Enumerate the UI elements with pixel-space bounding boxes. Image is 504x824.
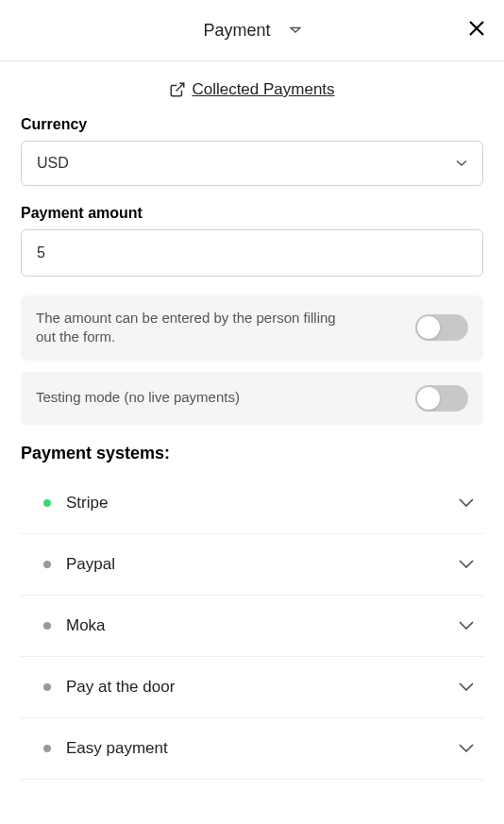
payment-system-item[interactable]: Easy payment (21, 718, 483, 780)
currency-label: Currency (21, 116, 483, 133)
payment-system-label: Easy payment (66, 739, 168, 758)
testing-mode-toggle-row: Testing mode (no live payments) (21, 372, 483, 425)
collected-payments-text: Collected Payments (192, 80, 334, 99)
payment-item-left: Moka (23, 616, 106, 635)
currency-select[interactable]: USD (21, 141, 483, 186)
currency-value: USD (37, 155, 69, 172)
header-title-group[interactable]: Payment (203, 21, 300, 41)
status-dot-icon (43, 683, 51, 691)
content: Collected Payments Currency USD Payment … (0, 61, 504, 799)
status-dot-icon (43, 499, 51, 507)
payment-systems-title: Payment systems: (21, 444, 483, 463)
status-dot-icon (43, 561, 51, 568)
user-amount-text: The amount can be entered by the person … (36, 309, 357, 347)
payment-system-label: Paypal (66, 555, 115, 574)
user-amount-toggle-row: The amount can be entered by the person … (21, 295, 483, 361)
amount-input[interactable] (21, 229, 483, 277)
page-title: Payment (203, 21, 270, 41)
testing-mode-toggle[interactable] (415, 385, 468, 412)
chevron-down-icon (459, 498, 474, 507)
status-dot-icon (43, 745, 51, 752)
amount-label: Payment amount (21, 205, 483, 222)
chevron-down-icon (459, 744, 474, 752)
external-link-icon (169, 81, 186, 98)
payment-item-left: Pay at the door (23, 678, 175, 697)
payment-item-left: Easy payment (23, 739, 168, 758)
collected-payments-link[interactable]: Collected Payments (21, 80, 483, 99)
chevron-down-icon (459, 621, 474, 630)
payment-system-item[interactable]: Paypal (21, 534, 483, 596)
payment-system-item[interactable]: Pay at the door (21, 657, 483, 718)
payment-system-label: Pay at the door (66, 678, 175, 697)
chevron-down-icon (459, 682, 474, 691)
payment-system-label: Stripe (66, 494, 108, 513)
chevron-down-icon (459, 560, 474, 568)
toggle-knob (417, 316, 440, 339)
close-button[interactable] (468, 18, 485, 42)
chevron-down-icon (456, 160, 467, 167)
chevron-down-icon (290, 26, 301, 34)
close-icon (468, 20, 485, 37)
toggle-knob (417, 387, 440, 410)
payment-system-label: Moka (66, 616, 106, 635)
payment-systems-list: Stripe Paypal Moka Pay at the door Easy … (21, 473, 483, 780)
status-dot-icon (43, 622, 51, 630)
testing-mode-text: Testing mode (no live payments) (36, 388, 240, 407)
payment-item-left: Paypal (23, 555, 115, 574)
user-amount-toggle[interactable] (415, 314, 468, 341)
payment-item-left: Stripe (23, 494, 108, 513)
payment-system-item[interactable]: Stripe (21, 473, 483, 534)
payment-system-item[interactable]: Moka (21, 596, 483, 657)
header: Payment (0, 0, 504, 61)
